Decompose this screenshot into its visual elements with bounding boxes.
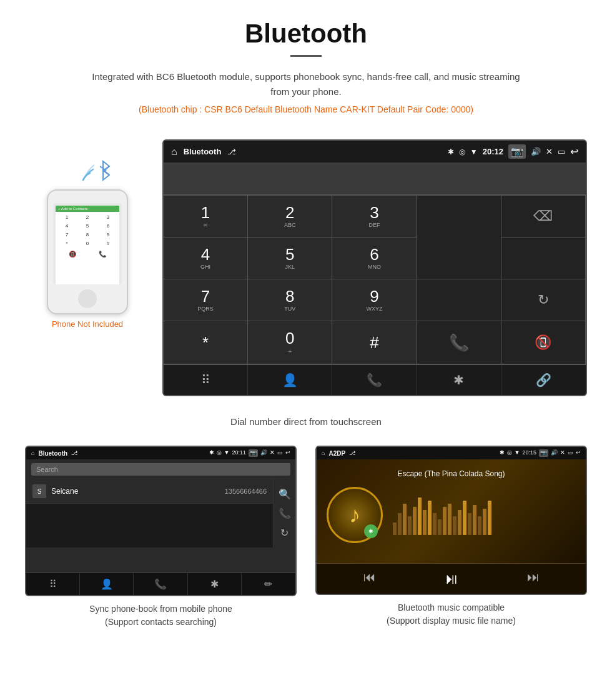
- display-area: [417, 196, 501, 279]
- empty-row2-col5: [501, 238, 586, 279]
- key-num-8: 8: [285, 288, 294, 304]
- eq-bar-7: [428, 501, 432, 535]
- dial-key-6[interactable]: 6 MNO: [332, 238, 417, 279]
- backspace-key[interactable]: ⌫: [501, 196, 586, 238]
- call-side-icon[interactable]: 📞: [279, 504, 291, 523]
- nav-dialpad[interactable]: ⠿: [164, 365, 248, 395]
- dial-key-hash[interactable]: #: [332, 321, 417, 364]
- dial-key-5[interactable]: 5 JKL: [248, 238, 332, 279]
- page-title: Bluetooth: [0, 19, 612, 49]
- nav-link[interactable]: 🔗: [501, 365, 586, 395]
- usb-icon: ⎇: [227, 148, 236, 156]
- music-win-icon: ▭: [568, 449, 573, 457]
- eq-bar-18: [483, 509, 486, 535]
- mini-key-0: 0: [77, 239, 97, 248]
- prev-button[interactable]: ⏮: [363, 570, 376, 588]
- mini-key-7: 7: [57, 231, 77, 239]
- mini-key-1: 1: [57, 213, 77, 221]
- volume-icon[interactable]: 🔊: [531, 147, 541, 156]
- eq-bar-4: [413, 507, 417, 535]
- call-red-key[interactable]: 📵: [501, 321, 586, 364]
- window-icon[interactable]: ▭: [558, 147, 565, 156]
- key-sub-1: ∞: [204, 222, 207, 228]
- bt-wifi-icons: [72, 158, 116, 186]
- music-content: Escape (The Pina Colada Song) ♪ ✱: [317, 459, 586, 563]
- phonebook-nav-edit[interactable]: ✏: [242, 573, 295, 595]
- phonebook-back-icon: ↩: [285, 449, 290, 457]
- mini-key-6: 6: [98, 222, 118, 230]
- contact-letter: S: [32, 484, 46, 498]
- caption-line1: Sync phone-book from mobile phone: [89, 604, 232, 614]
- call-green-key[interactable]: 📞: [417, 321, 501, 364]
- home-icon[interactable]: ⌂: [171, 146, 177, 158]
- mini-end-call: 📵: [69, 251, 76, 258]
- eq-bar-8: [433, 513, 437, 535]
- refresh-key[interactable]: ↻: [501, 279, 586, 321]
- phonebook-search-bar: Search: [26, 459, 295, 479]
- dial-display: [164, 162, 586, 195]
- nav-contacts[interactable]: 👤: [248, 365, 332, 395]
- key-num-star: *: [202, 334, 209, 351]
- phonebook-nav-calls[interactable]: 📞: [134, 573, 187, 595]
- nav-calls[interactable]: 📞: [332, 365, 417, 395]
- eq-bar-19: [488, 501, 491, 535]
- music-status-bar: ⌂ A2DP ⎇ ✱ ◎ ▼ 20:15 📷 🔊 ✕ ▭ ↩: [317, 447, 586, 459]
- eq-bar-16: [473, 505, 476, 535]
- refresh-side-icon[interactable]: ↻: [280, 523, 289, 542]
- contact-row[interactable]: S Seicane 13566664466: [26, 479, 273, 504]
- phonebook-nav-bt[interactable]: ✱: [188, 573, 242, 595]
- phonebook-win-icon: ▭: [277, 449, 283, 457]
- camera-icon[interactable]: 📷: [508, 144, 526, 159]
- eq-bar-12: [453, 516, 457, 535]
- car-status-bar: ⌂ Bluetooth ⎇ ✱ ◎ ▼ 20:12 📷 🔊 ✕ ▭ ↩: [164, 141, 586, 162]
- dialpad-icon: ⠿: [201, 372, 210, 388]
- key-sub-3: DEF: [368, 222, 380, 228]
- nav-bluetooth[interactable]: ✱: [417, 365, 501, 395]
- dial-key-9[interactable]: 9 WXYZ: [332, 279, 417, 321]
- close-icon[interactable]: ✕: [546, 147, 553, 156]
- phonebook-search-input[interactable]: Search: [31, 463, 290, 476]
- search-side-icon[interactable]: 🔍: [279, 484, 291, 504]
- dial-key-7[interactable]: 7 PQRS: [164, 279, 248, 321]
- phonebook-cam-icon: 📷: [249, 449, 258, 457]
- eq-bar-0: [393, 522, 397, 535]
- dial-key-1[interactable]: 1 ∞: [164, 196, 248, 238]
- key-num-0: 0: [285, 330, 294, 346]
- eq-bar-13: [458, 510, 461, 535]
- play-pause-button[interactable]: ⏯: [444, 570, 459, 588]
- music-note-icon: ♪: [349, 502, 360, 528]
- orange-specs: (Bluetooth chip : CSR BC6 Default Blueto…: [0, 104, 612, 114]
- dial-key-2[interactable]: 2 ABC: [248, 196, 332, 238]
- music-caption-line1: Bluetooth music compatible: [398, 602, 505, 612]
- dial-key-0[interactable]: 0 +: [248, 321, 332, 364]
- phonebook-nav-contacts[interactable]: 👤: [80, 573, 134, 595]
- music-vol-icon: 🔊: [551, 449, 558, 457]
- phonebook-main-area: S Seicane 13566664466: [26, 479, 273, 548]
- phonebook-usb-icon: ⎇: [71, 450, 77, 456]
- dial-section: + Add to Contacts 1 2 3 4 5 6 7 8 9 * 0 …: [0, 139, 612, 409]
- clock: 20:12: [483, 147, 503, 156]
- eq-bar-3: [408, 516, 412, 535]
- phonebook-bt-icon: ✱: [209, 449, 214, 457]
- dial-key-4[interactable]: 4 GHI: [164, 238, 248, 279]
- wifi-icon: [72, 158, 94, 186]
- phone-not-included: Phone Not Included: [52, 319, 123, 329]
- dial-key-3[interactable]: 3 DEF: [332, 196, 417, 238]
- phone-screen: + Add to Contacts 1 2 3 4 5 6 7 8 9 * 0 …: [53, 203, 122, 284]
- car-bottom-nav: ⠿ 👤 📞 ✱ 🔗: [164, 364, 586, 395]
- music-caption: Bluetooth music compatible (Support disp…: [387, 601, 516, 628]
- location-icon: ◎: [459, 148, 465, 156]
- dial-key-8[interactable]: 8 TUV: [248, 279, 332, 321]
- contact-number: 13566664466: [225, 488, 267, 495]
- eq-bar-17: [478, 516, 481, 535]
- phonebook-nav-dialpad[interactable]: ⠿: [26, 573, 80, 595]
- key-sub-7: PQRS: [197, 306, 214, 312]
- contacts-icon: 👤: [282, 372, 298, 388]
- next-button[interactable]: ⏭: [527, 570, 540, 588]
- call-green-icon: 📞: [449, 333, 469, 352]
- dial-key-star[interactable]: *: [164, 321, 248, 364]
- back-icon[interactable]: ↩: [570, 146, 578, 158]
- call-red-icon: 📵: [535, 334, 551, 351]
- refresh-icon: ↻: [538, 292, 549, 308]
- phonebook-x-icon: ✕: [270, 449, 275, 457]
